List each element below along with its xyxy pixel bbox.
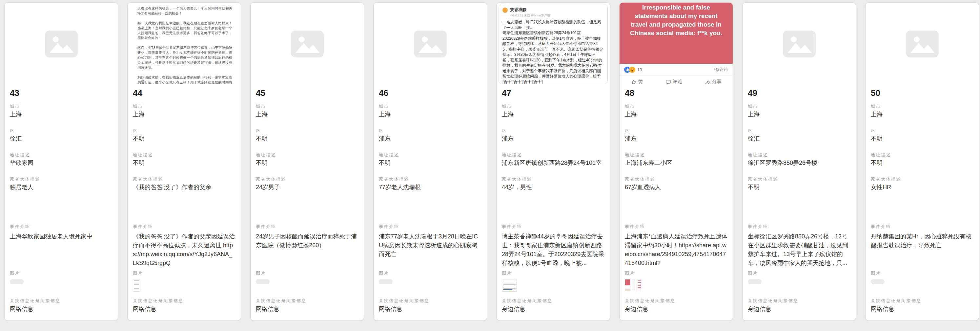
card-cover (5, 3, 118, 85)
image-thumbnails (379, 279, 393, 292)
value-event: 上海华欣家园独居老人饿死家中 (10, 232, 113, 241)
label-deceased: 死者大体描述 (379, 176, 409, 182)
value-event: 丹纳赫集团的某Hr，因心脏猝死没有核酸报告耽误治疗，导致死亡 (871, 232, 974, 250)
value-source-type: 网络信息 (256, 305, 358, 313)
record-card-50[interactable]: 50 城市 上海 区 不明 地址描述 不明 死者大体描述 女性HR 事件介绍 丹… (865, 3, 979, 320)
comment-bubble-icon (665, 79, 671, 85)
label-event: 事件介绍 (133, 224, 153, 230)
image-thumbnail[interactable] (632, 279, 635, 291)
like-button[interactable]: 赞 (631, 79, 643, 85)
value-event: 《我的爸爸 没了》作者的父亲因延误治疗而不得不高位截肢，未久遍离世 https:… (133, 232, 235, 268)
image-thumbnail[interactable] (10, 279, 24, 284)
value-deceased: 不明 (748, 183, 850, 192)
label-source-type: 直接信息还是间接信息 (133, 298, 184, 304)
value-event: 上海浦东*血透病人延误治疗致死且遗体滞留家中约30小时！https://shar… (625, 232, 727, 268)
value-address: 不明 (379, 159, 482, 167)
record-card-45[interactable]: 45 城市 上海 区 不明 地址描述 不明 死者大体描述 24岁男子 事件介绍 … (251, 3, 364, 320)
social-post-statement: Irresponsible and false statements about… (620, 3, 733, 64)
record-card-44[interactable]: 人都没有这样的机会，一个病人需要几十个人的同时帮助和关怀才有可能获得一丝的机会！… (127, 3, 241, 320)
label-city: 城市 (502, 104, 512, 109)
share-button[interactable]: 分享 (705, 79, 721, 85)
card-title: 48 (625, 88, 634, 98)
value-deceased: 独居老人 (10, 183, 113, 192)
value-address: 不明 (133, 159, 235, 167)
record-card-47[interactable]: 茶香禅静 4-2 02:31 来自 iPhone客户端 一名志愿者，昨日我投入路… (496, 3, 610, 320)
value-event: 坐标徐汇区罗秀路850弄26号楼，12号在小区群里求救需要硝酸甘油，没见到救护车… (748, 232, 850, 268)
label-source-type: 直接信息还是间接信息 (748, 298, 799, 304)
card-cover-article: 人都没有这样的机会，一个病人需要几十个人的同时帮助和关怀才有可能获得一丝的机会！… (127, 3, 241, 85)
weibo-avatar (503, 8, 508, 13)
image-thumbnail[interactable] (625, 279, 630, 291)
image-placeholder-icon (783, 30, 816, 58)
value-district: 不明 (256, 134, 358, 143)
record-card-46[interactable]: 46 城市 上海 区 浦东 地址描述 不明 死者大体描述 77岁老人沈瑞根 事件… (374, 3, 487, 320)
article-excerpt: 人都没有这样的机会，一个病人需要几十个人的同时帮助和关怀才有可能获得一丝的机会！… (127, 3, 241, 85)
weibo-post-meta: 4-2 02:31 来自 iPhone客户端 (510, 13, 550, 18)
value-source-type: 身边信息 (625, 305, 727, 313)
card-title: 45 (256, 88, 265, 98)
label-event: 事件介绍 (379, 224, 399, 230)
label-district: 区 (10, 128, 15, 134)
image-thumbnails (256, 279, 270, 292)
value-deceased: 44岁，男性 (502, 183, 605, 192)
card-cover (251, 3, 364, 85)
value-address: 浦东新区唐镇创新西路28弄24号101室 (502, 159, 605, 167)
value-city: 上海 (871, 110, 974, 118)
image-thumbnail[interactable] (379, 279, 393, 284)
card-cover (865, 3, 979, 85)
label-city: 城市 (871, 104, 881, 109)
image-thumbnail[interactable] (871, 279, 885, 284)
image-thumbnails (10, 279, 24, 292)
label-city: 城市 (379, 104, 389, 109)
value-deceased: 67岁血透病人 (625, 183, 727, 192)
image-thumbnail[interactable] (636, 279, 642, 291)
image-thumbnail[interactable] (256, 279, 270, 284)
image-placeholder-icon (291, 30, 324, 58)
image-thumbnail[interactable] (748, 279, 762, 284)
label-district: 区 (502, 128, 507, 134)
value-deceased: 77岁老人沈瑞根 (379, 183, 482, 192)
comment-button[interactable]: 评论 (665, 79, 682, 85)
value-city: 上海 (625, 110, 727, 118)
label-address: 地址描述 (748, 152, 768, 158)
value-district: 徐汇 (748, 134, 850, 143)
weibo-post-body: 一名志愿者，昨日我投入路浦西核酸检测的队伍，但是累了一天后晚上接... 哥家住浦… (503, 19, 604, 84)
card-title: 47 (502, 88, 511, 98)
value-district: 浦东 (625, 134, 727, 143)
label-deceased: 死者大体描述 (748, 176, 778, 182)
value-deceased: 女性HR (871, 183, 974, 192)
card-title: 46 (379, 88, 388, 98)
label-deceased: 死者大体描述 (133, 176, 163, 182)
value-city: 上海 (502, 110, 605, 118)
comments-count[interactable]: 7条评论 (713, 67, 728, 73)
label-source-type: 直接信息还是间接信息 (502, 298, 553, 304)
image-thumbnails (871, 279, 885, 292)
document-thumbnail[interactable] (133, 279, 140, 292)
gallery-page: 43 城市 上海 区 徐汇 地址描述 华欣家园 死者大体描述 独居老人 事件介绍… (0, 0, 980, 331)
value-source-type: 网络信息 (379, 305, 482, 313)
value-event: 24岁男子因核酸而延误治疗而猝死于浦东医院（微博@红茶260） (256, 232, 358, 250)
record-card-48[interactable]: Irresponsible and false statements about… (620, 3, 733, 320)
record-card-49[interactable]: 49 城市 上海 区 徐汇 地址描述 徐汇区罗秀路850弄26号楼 死者大体描述… (743, 3, 856, 320)
label-city: 城市 (10, 104, 20, 109)
label-event: 事件介绍 (625, 224, 645, 230)
record-card-43[interactable]: 43 城市 上海 区 徐汇 地址描述 华欣家园 死者大体描述 独居老人 事件介绍… (5, 3, 118, 320)
surprised-reaction-icon (629, 67, 635, 73)
value-source-type: 网络信息 (133, 305, 235, 313)
value-city: 上海 (379, 110, 482, 118)
card-cover (374, 3, 487, 85)
label-address: 地址描述 (625, 152, 645, 158)
label-address: 地址描述 (502, 152, 522, 158)
value-source-type: 网络信息 (10, 305, 113, 313)
screenshot-thumbnail[interactable] (502, 279, 517, 292)
label-district: 区 (133, 128, 138, 134)
image-placeholder-icon (906, 30, 939, 58)
label-event: 事件介绍 (502, 224, 522, 230)
label-event: 事件介绍 (10, 224, 30, 230)
image-thumbnails (133, 279, 140, 292)
value-address: 不明 (871, 159, 974, 167)
label-city: 城市 (748, 104, 758, 109)
label-event: 事件介绍 (871, 224, 891, 230)
label-event: 事件介绍 (748, 224, 768, 230)
label-address: 地址描述 (256, 152, 276, 158)
